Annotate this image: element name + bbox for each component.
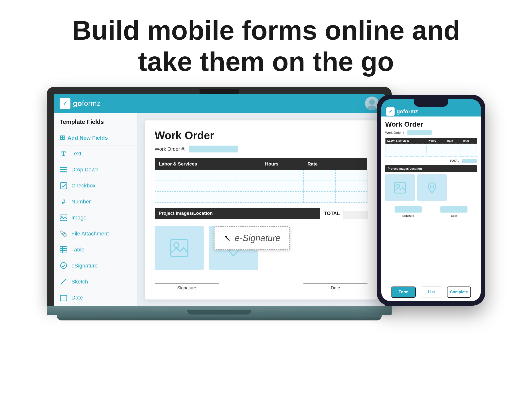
table-cell-total[interactable] bbox=[335, 192, 367, 202]
phone-table-cell-hours[interactable] bbox=[427, 150, 445, 157]
svg-line-14 bbox=[61, 279, 66, 284]
sidebar-item-sketch[interactable]: Sketch bbox=[54, 274, 137, 290]
laptop-outer: ✓ goformz bbox=[47, 87, 392, 306]
phone-work-order-field: Work Order #: bbox=[385, 130, 477, 135]
table-cell-hours[interactable] bbox=[261, 181, 303, 192]
logo-checkbox-icon: ✓ bbox=[60, 98, 70, 109]
sidebar-item-file[interactable]: 📎 File Attachment bbox=[54, 226, 137, 242]
date-icon bbox=[60, 294, 67, 302]
table-cell-rate[interactable] bbox=[303, 181, 335, 192]
phone-table-header-rate: Rate bbox=[445, 138, 461, 144]
phone-table-cell-hours[interactable] bbox=[427, 144, 445, 150]
app-body: Template Fields ⊞ Add New Fields T Text bbox=[54, 113, 385, 306]
form-table: Labor & Services Hours Rate bbox=[155, 158, 367, 203]
sidebar-item-image[interactable]: Image bbox=[54, 210, 137, 226]
total-label: TOTAL bbox=[324, 211, 340, 216]
phone-form: Work Order Work Order #: Labor & Service… bbox=[381, 116, 481, 221]
laptop-base bbox=[47, 306, 392, 315]
sidebar-item-esignature[interactable]: eSignature bbox=[54, 258, 137, 274]
add-new-fields-button[interactable]: ⊞ Add New Fields bbox=[54, 130, 137, 146]
cursor-icon: ↖ bbox=[223, 233, 231, 243]
form-area: Work Order Work Order #: Labor & Service… bbox=[137, 113, 385, 306]
svg-line-15 bbox=[66, 279, 66, 280]
table-row[interactable] bbox=[155, 181, 367, 192]
sidebar-item-dropdown[interactable]: Drop Down bbox=[54, 162, 137, 178]
phone-table-cell-rate[interactable] bbox=[445, 150, 461, 157]
svg-point-28 bbox=[397, 184, 400, 187]
form-title: Work Order bbox=[155, 129, 367, 142]
phone-bottom-nav: Form List Complete bbox=[381, 283, 481, 301]
table-icon bbox=[60, 246, 67, 254]
svg-rect-3 bbox=[60, 167, 67, 168]
phone-project-images bbox=[385, 174, 477, 201]
table-cell-total[interactable] bbox=[335, 170, 367, 181]
goformz-logo: ✓ goformz bbox=[60, 98, 100, 109]
sidebar-item-checkbox[interactable]: Checkbox bbox=[54, 178, 137, 194]
sidebar-item-number[interactable]: # Number bbox=[54, 194, 137, 210]
table-cell-hours[interactable] bbox=[261, 170, 303, 181]
phone-photo-placeholder[interactable] bbox=[385, 174, 415, 201]
photo-placeholder[interactable] bbox=[155, 226, 204, 270]
phone-sig-box[interactable] bbox=[395, 206, 422, 213]
svg-rect-6 bbox=[60, 183, 67, 189]
svg-rect-24 bbox=[171, 239, 188, 257]
table-row[interactable] bbox=[385, 150, 477, 157]
svg-point-1 bbox=[369, 99, 375, 105]
logo-text: goformz bbox=[73, 99, 100, 108]
phone-logo: ✓ goformz bbox=[386, 107, 418, 116]
svg-point-25 bbox=[174, 243, 179, 248]
phone-table-cell-total[interactable] bbox=[461, 150, 477, 157]
svg-line-16 bbox=[61, 284, 61, 285]
table-cell-rate[interactable] bbox=[303, 170, 335, 181]
phone-location-placeholder[interactable] bbox=[417, 174, 447, 201]
sidebar-item-table[interactable]: Table bbox=[54, 242, 137, 258]
sidebar-item-text[interactable]: T Text bbox=[54, 146, 137, 162]
work-order-input[interactable] bbox=[189, 146, 238, 152]
list-nav-button[interactable]: List bbox=[421, 286, 442, 298]
hero-line2: take them on the go bbox=[138, 46, 394, 77]
date-underline bbox=[303, 283, 367, 283]
sidebar-item-date[interactable]: Date bbox=[54, 290, 137, 306]
phone-logo-text: goformz bbox=[397, 108, 418, 115]
table-row[interactable] bbox=[155, 170, 367, 181]
svg-rect-9 bbox=[60, 247, 67, 253]
table-row[interactable] bbox=[155, 192, 367, 202]
phone-table-header-services: Labor & Services bbox=[385, 138, 427, 144]
table-cell-services[interactable] bbox=[155, 192, 261, 202]
esignature-drag-overlay[interactable]: ↖ e-Signature bbox=[214, 226, 290, 250]
phone-total-input[interactable] bbox=[462, 159, 477, 163]
laptop-notch bbox=[200, 89, 239, 94]
svg-rect-27 bbox=[395, 182, 405, 193]
phone-screen: ✓ goformz Work Order Work Order #: bbox=[381, 99, 481, 301]
hero-line1: Build mobile forms online and bbox=[72, 15, 460, 45]
phone-work-order-input[interactable] bbox=[407, 130, 432, 135]
table-cell-total[interactable] bbox=[335, 181, 367, 192]
table-row[interactable] bbox=[385, 144, 477, 150]
phone-signature-section: Signature Date bbox=[385, 206, 477, 217]
text-field-icon: T bbox=[60, 150, 67, 158]
complete-nav-button[interactable]: Complete bbox=[447, 286, 471, 298]
phone-notch bbox=[414, 99, 448, 107]
image-icon bbox=[60, 214, 67, 222]
table-cell-services[interactable] bbox=[155, 181, 261, 192]
phone-date-box[interactable] bbox=[440, 206, 467, 213]
phone-form-table: Labor & Services Hours Rate Total bbox=[385, 138, 477, 157]
form-nav-button[interactable]: Form bbox=[391, 286, 416, 298]
table-cell-rate[interactable] bbox=[303, 192, 335, 202]
hero-heading: Build mobile forms online and take them … bbox=[0, 0, 532, 87]
phone-form-title: Work Order bbox=[385, 120, 477, 128]
phone-signature-field: Signature bbox=[395, 206, 422, 217]
sig-underline bbox=[155, 283, 219, 283]
date-field: Date bbox=[303, 283, 367, 291]
phone-logo-icon: ✓ bbox=[386, 107, 395, 116]
phone-table-cell-services[interactable] bbox=[385, 144, 427, 150]
phone-table-cell-rate[interactable] bbox=[445, 144, 461, 150]
phone-table-cell-total[interactable] bbox=[461, 144, 477, 150]
phone-table-cell-services[interactable] bbox=[385, 150, 427, 157]
file-attachment-icon: 📎 bbox=[60, 230, 67, 238]
table-cell-services[interactable] bbox=[155, 170, 261, 181]
table-cell-hours[interactable] bbox=[261, 192, 303, 202]
signature-field: Signature bbox=[155, 283, 219, 291]
total-input[interactable] bbox=[343, 211, 367, 219]
dropdown-icon bbox=[60, 166, 67, 174]
